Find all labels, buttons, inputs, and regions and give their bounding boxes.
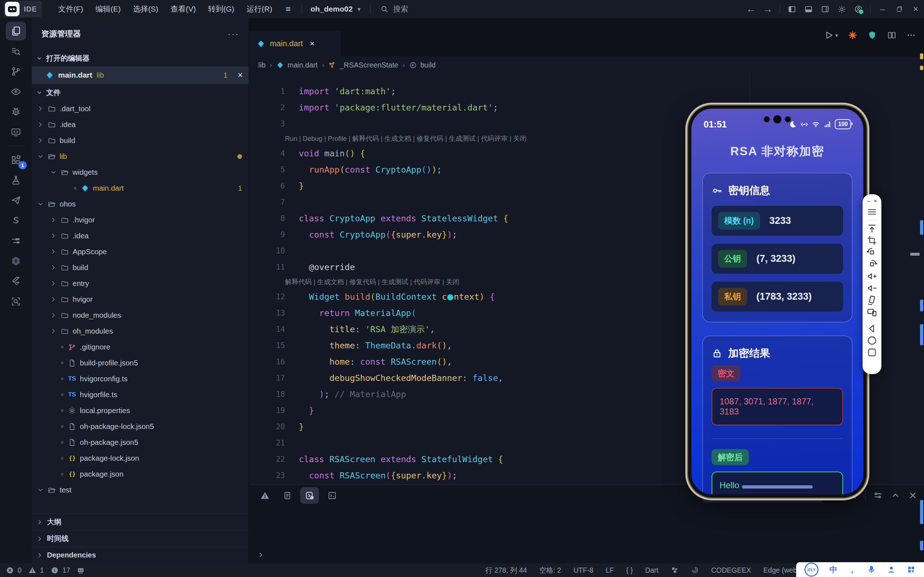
swirl-tool-icon[interactable] <box>691 566 699 574</box>
ime-logo-icon[interactable]: iFLY <box>805 562 819 577</box>
activity-files[interactable] <box>6 22 26 40</box>
emulator-close-button[interactable]: × <box>874 198 877 205</box>
menu-item-5[interactable]: 运行(R) <box>240 0 279 18</box>
tree-item-local.properties[interactable]: local.properties <box>32 403 248 419</box>
activity-flask[interactable] <box>6 171 26 190</box>
tree-item-ohos[interactable]: ohos <box>32 196 248 212</box>
open-editor-main-dart[interactable]: main.dart lib 1 × <box>32 66 248 84</box>
info-icon[interactable] <box>51 566 59 574</box>
activity-search[interactable] <box>6 42 26 61</box>
activity-send[interactable] <box>6 191 26 210</box>
breadcrumb-item-0[interactable]: lib <box>258 61 266 69</box>
status-codegeex[interactable]: CODEGEEX <box>711 566 751 574</box>
tree-item-hvigorfile.ts[interactable]: TShvigorfile.ts <box>32 387 248 403</box>
activity-extensions[interactable]: 1 <box>6 151 26 169</box>
sidebar-section-2[interactable]: Dependencies <box>32 547 248 563</box>
activity-eye[interactable] <box>6 82 26 101</box>
ime-mic-icon[interactable] <box>867 565 876 574</box>
status-segment-5[interactable]: Dart <box>645 566 658 574</box>
tree-item-oh-package.json5[interactable]: oh-package.json5 <box>32 434 248 450</box>
split-editor-icon[interactable] <box>887 30 897 40</box>
menu-item-3[interactable]: 查看(V) <box>164 0 202 18</box>
volume-down-icon[interactable] <box>867 283 877 293</box>
tab-main-dart[interactable]: main.dart × <box>249 31 340 56</box>
tree-item-oh_modules[interactable]: oh_modules <box>32 323 248 339</box>
tree-item-build-profile.json5[interactable]: build-profile.json5 <box>32 355 248 371</box>
status-segment-4[interactable]: { } <box>626 566 632 574</box>
activity-git-branch[interactable] <box>6 62 26 81</box>
hot-reload-icon[interactable] <box>848 30 858 40</box>
run-button[interactable]: ▾ <box>824 30 838 40</box>
account-avatar[interactable] <box>850 0 867 18</box>
status-segment-3[interactable]: LF <box>606 566 614 574</box>
rotate-ccw-icon[interactable] <box>867 247 877 258</box>
upload-icon[interactable] <box>867 223 877 234</box>
tree-item-node_modules[interactable]: node_modules <box>32 307 248 323</box>
ime-user-icon[interactable] <box>887 565 896 574</box>
toggle-right-sidebar-button[interactable] <box>817 0 833 18</box>
tree-item-build[interactable]: build <box>32 132 248 148</box>
nav-back-icon[interactable] <box>867 323 877 334</box>
sidebar-more-actions[interactable]: ··· <box>227 29 239 40</box>
tree-item-widgets[interactable]: widgets <box>32 164 248 180</box>
menu-item-1[interactable]: 编辑(E) <box>89 0 127 18</box>
activity-debug-bug[interactable] <box>6 103 26 121</box>
project-selector[interactable]: oh_demo02 ▼ <box>306 5 367 13</box>
toggle-left-sidebar-button[interactable] <box>784 0 800 18</box>
tree-item-test[interactable]: test <box>32 482 248 498</box>
tree-item-.idea[interactable]: .idea <box>32 117 248 132</box>
more-actions-icon[interactable] <box>906 30 916 40</box>
crop-icon[interactable] <box>867 235 877 246</box>
close-panel-icon[interactable] <box>908 491 918 500</box>
activity-device-code[interactable] <box>6 123 26 142</box>
tree-item-lib[interactable]: lib <box>32 148 248 164</box>
tree-item-build[interactable]: build <box>32 259 248 276</box>
activity-tasks[interactable] <box>6 232 26 250</box>
status-edge[interactable]: Edge (web- <box>763 566 799 574</box>
tree-item-.dart_tool[interactable]: .dart_tool <box>32 101 248 117</box>
window-maximize-button[interactable] <box>891 0 907 18</box>
open-editors-header[interactable]: 打开的编辑器 <box>32 50 248 66</box>
window-close-button[interactable]: × <box>907 0 924 18</box>
tab-close-icon[interactable]: × <box>310 39 314 48</box>
menu-icon[interactable] <box>867 206 877 218</box>
activity-flutter[interactable] <box>6 272 26 291</box>
devtools-icon[interactable] <box>867 30 877 40</box>
status-segment-2[interactable]: UTF-8 <box>573 566 593 574</box>
debug-console-tab[interactable] <box>300 487 319 504</box>
tree-item-hvigor[interactable]: hvigor <box>32 292 248 307</box>
tree-item-.idea[interactable]: .idea <box>32 228 248 244</box>
activity-s-logo[interactable] <box>6 211 26 230</box>
tree-item-package-lock.json[interactable]: { }package-lock.json <box>32 450 248 466</box>
tree-item-AppScope[interactable]: AppScope <box>32 244 248 259</box>
tree-item-.gitignore[interactable]: .gitignore <box>32 339 248 355</box>
multi-device-icon[interactable] <box>867 306 877 318</box>
sidebar-section-0[interactable]: 大纲 <box>32 513 248 530</box>
output-tab[interactable] <box>278 487 297 504</box>
app-logo[interactable]: IDE <box>3 1 42 17</box>
sidebar-section-1[interactable]: 时间线 <box>32 530 248 547</box>
status-segment-1[interactable]: 空格: 2 <box>539 566 561 575</box>
breadcrumb-item-3[interactable]: build <box>421 61 435 69</box>
warnings-icon[interactable] <box>28 566 37 574</box>
nav-home-icon[interactable] <box>867 335 877 346</box>
tree-item-oh-package-lock.json5[interactable]: oh-package-lock.json5 <box>32 419 248 434</box>
emulator-minimize-button[interactable]: – <box>867 198 870 205</box>
volume-up-icon[interactable] <box>867 271 877 282</box>
menu-item-4[interactable]: 转到(G) <box>202 0 240 18</box>
menu-item-2[interactable]: 选择(S) <box>127 0 164 18</box>
toggle-bottom-panel-button[interactable] <box>800 0 817 18</box>
collapse-panel-icon[interactable] <box>891 491 900 500</box>
status-segment-0[interactable]: 行 278, 列 44 <box>485 566 527 575</box>
window-minimize-button[interactable]: – <box>874 0 891 18</box>
problems-tab[interactable] <box>255 487 274 504</box>
tree-item-.hvigor[interactable]: .hvigor <box>32 212 248 228</box>
errors-icon[interactable] <box>6 566 14 574</box>
ime-language-toggle[interactable]: 中 <box>829 564 837 575</box>
tree-item-package.json[interactable]: { }package.json <box>32 466 248 482</box>
menu-item-0[interactable]: 文件(F) <box>52 0 89 18</box>
breadcrumb-item-1[interactable]: main.dart <box>287 61 318 69</box>
ime-punctuation-toggle[interactable]: ， <box>848 564 856 575</box>
activity-scan-search[interactable] <box>6 292 26 311</box>
rotate-cw-icon[interactable] <box>867 259 877 270</box>
